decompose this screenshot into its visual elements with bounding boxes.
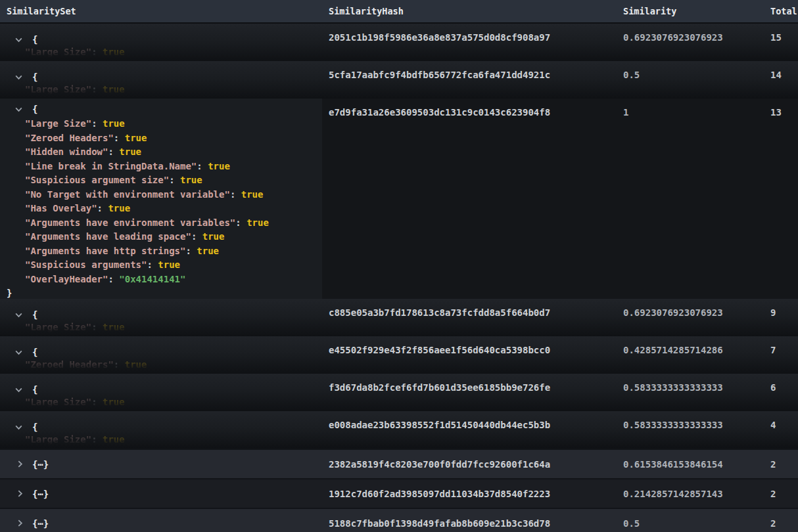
- json-value: true: [158, 259, 180, 270]
- json-preview-line: "Large Size": true: [0, 397, 322, 407]
- json-preview-line: "Large Size": true: [0, 84, 322, 95]
- table-row[interactable]: {"Large Size": true"Zeroed Headers": tru…: [0, 99, 798, 299]
- table-row[interactable]: {"Large Size": truee008adae23b63398552f1…: [0, 411, 798, 449]
- json-value: true: [202, 231, 225, 242]
- total-cell: 7: [764, 336, 798, 374]
- similarity-set-cell[interactable]: {"Large Size": true: [0, 24, 322, 61]
- total-cell: 2: [764, 489, 798, 499]
- similarity-hash-cell: e45502f929e43f2f856aee1f56d640ca5398bcc0: [322, 336, 617, 374]
- similarity-set-cell[interactable]: {⋯}: [0, 489, 322, 499]
- column-header-total[interactable]: Total: [764, 0, 798, 22]
- similarity-hash-cell: e008adae23b63398552f1d51450440db44ec5b3b: [322, 411, 617, 449]
- json-key: "Large Size": [25, 434, 91, 445]
- column-header-similarity-set[interactable]: SimilaritySet: [0, 0, 322, 22]
- table-row[interactable]: {⋯}2382a5819f4c8203e700f0fdd7fcc92600f1c…: [0, 449, 798, 478]
- chevron-right-icon[interactable]: [16, 519, 24, 527]
- similarity-set-cell[interactable]: {"Zeroed Headers": true: [0, 336, 322, 374]
- json-value: true: [125, 359, 147, 370]
- collapsed-object-glyph: {⋯}: [32, 459, 49, 470]
- total-cell: 13: [764, 99, 798, 299]
- table-row[interactable]: {⋯}5188c7fbab0f1398d49fafab8b609e21b3c36…: [0, 508, 798, 532]
- json-key: "Suspicious arguments": [25, 259, 147, 270]
- table-header: SimilaritySet SimilarityHash Similarity …: [0, 0, 798, 24]
- similarity-cell: 0.5: [617, 518, 764, 529]
- json-field: "Arguments have http strings": true: [0, 244, 322, 259]
- json-key: "Large Size": [25, 322, 91, 332]
- similarity-set-cell[interactable]: {"Large Size": true: [0, 61, 322, 99]
- json-closing-brace: }: [0, 286, 322, 299]
- table-row[interactable]: {"Large Size": truec885e05a3b7fd178613c8…: [0, 299, 798, 336]
- json-field: "Arguments have leading space": true: [0, 230, 322, 244]
- similarity-set-cell[interactable]: {"Large Size": true: [0, 411, 322, 449]
- json-field: "Large Size": true: [0, 117, 322, 131]
- json-key: "Arguments have http strings": [25, 246, 185, 256]
- json-key: "Has Overlay": [25, 203, 97, 213]
- json-key: "Large Size": [25, 397, 91, 407]
- json-value: true: [103, 434, 125, 445]
- json-preview-line: "Large Size": true: [0, 434, 322, 445]
- similarity-cell: 0.6923076923076923: [617, 24, 764, 61]
- json-field: "Suspicious arguments": true: [0, 258, 322, 273]
- json-value: true: [108, 203, 130, 213]
- column-header-similarity-hash[interactable]: SimilarityHash: [322, 0, 617, 22]
- json-field: "OverlayHeader": "0x41414141": [0, 273, 322, 287]
- chevron-down-icon[interactable]: [14, 423, 23, 432]
- total-cell: 15: [764, 24, 798, 61]
- json-value: true: [208, 161, 230, 171]
- json-value: true: [103, 397, 125, 407]
- json-key: "Zeroed Headers": [25, 359, 114, 370]
- chevron-down-icon[interactable]: [14, 386, 23, 394]
- json-key: "Large Size": [25, 118, 91, 129]
- json-key: "OverlayHeader": [25, 274, 108, 284]
- json-preview-line: "Large Size": true: [0, 322, 322, 332]
- similarity-cell: 0.5833333333333333: [617, 411, 764, 449]
- similarity-cell: 0.6923076923076923: [617, 299, 764, 336]
- table-row[interactable]: {"Large Size": true2051c1b198f5986e36a8e…: [0, 24, 798, 61]
- json-field: "Arguments have environment variables": …: [0, 216, 322, 231]
- table-row[interactable]: {"Large Size": truef3d67da8b2fcef6fd7b60…: [0, 374, 798, 411]
- similarity-set-cell[interactable]: {⋯}: [0, 459, 322, 470]
- json-value: true: [103, 118, 125, 129]
- chevron-right-icon[interactable]: [16, 460, 24, 468]
- json-value: true: [241, 189, 264, 200]
- json-key: "Large Size": [25, 84, 91, 95]
- chevron-down-icon[interactable]: [14, 35, 23, 44]
- similarity-cell: 0.6153846153846154: [617, 459, 764, 470]
- table-row[interactable]: {"Large Size": true5cfa17aabfc9f4bdfb656…: [0, 61, 798, 99]
- collapsed-object-glyph: {⋯}: [32, 518, 49, 529]
- similarity-set-cell[interactable]: {⋯}: [0, 518, 322, 529]
- json-value: true: [103, 47, 125, 57]
- similarity-cell: 0.4285714285714286: [617, 336, 764, 374]
- chevron-right-icon[interactable]: [16, 489, 24, 498]
- chevron-down-icon[interactable]: [14, 105, 23, 114]
- total-cell: 6: [764, 374, 798, 411]
- table-row[interactable]: {⋯}1912c7d60f2ad3985097dd11034b37d8540f2…: [0, 478, 798, 508]
- json-key: "Hidden window": [25, 146, 108, 157]
- json-value: true: [103, 322, 125, 332]
- table-row[interactable]: {"Zeroed Headers": truee45502f929e43f2f8…: [0, 336, 798, 374]
- json-value: true: [125, 133, 147, 143]
- json-field: "Hidden window": true: [0, 145, 322, 160]
- column-header-similarity[interactable]: Similarity: [617, 0, 764, 22]
- table-body: {"Large Size": true2051c1b198f5986e36a8e…: [0, 24, 798, 532]
- json-value: true: [180, 175, 202, 185]
- similarity-set-cell[interactable]: {"Large Size": true: [0, 299, 322, 336]
- similarity-hash-cell: 2382a5819f4c8203e700f0fdd7fcc92600f1c64a: [322, 459, 617, 470]
- similarity-set-cell-expanded[interactable]: {"Large Size": true"Zeroed Headers": tru…: [0, 99, 322, 299]
- chevron-down-icon[interactable]: [14, 311, 23, 319]
- collapsed-object-glyph: {⋯}: [32, 489, 49, 499]
- json-value: true: [197, 246, 219, 256]
- json-key: "Arguments have environment variables": [25, 217, 235, 228]
- similarity-hash-cell: 1912c7d60f2ad3985097dd11034b37d8540f2223: [322, 489, 617, 499]
- chevron-down-icon[interactable]: [14, 73, 23, 81]
- chevron-down-icon[interactable]: [14, 348, 23, 357]
- similarity-hash-cell: 5188c7fbab0f1398d49fafab8b609e21b3c36d78: [322, 518, 617, 529]
- json-value: "0x41414141": [119, 274, 185, 284]
- json-field: "Suspicious argument size": true: [0, 173, 322, 188]
- similarity-hash-cell: 5cfa17aabfc9f4bdfb656772fca6fa471dd4921c: [322, 61, 617, 99]
- json-preview-line: "Large Size": true: [0, 47, 322, 57]
- json-field: "Has Overlay": true: [0, 202, 322, 216]
- similarity-set-cell[interactable]: {"Large Size": true: [0, 374, 322, 411]
- similarity-cell: 0.5833333333333333: [617, 374, 764, 411]
- json-field: "No Target with environment variable": t…: [0, 188, 322, 202]
